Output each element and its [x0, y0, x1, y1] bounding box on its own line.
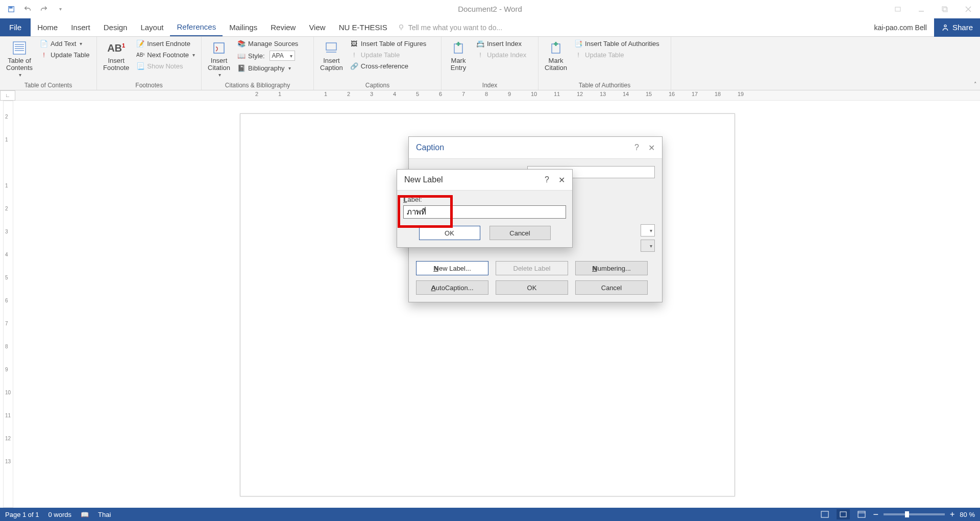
ruler-tick: 9	[508, 91, 511, 97]
group-label-footnotes: Footnotes	[101, 81, 197, 89]
help-icon[interactable]: ?	[634, 143, 639, 153]
update-icon: !	[40, 51, 48, 59]
vruler-tick: 2	[5, 206, 8, 211]
close-icon[interactable]: ✕	[648, 143, 655, 153]
vruler-tick: 7	[5, 321, 8, 326]
svg-rect-25	[840, 512, 846, 517]
new-label-cancel-button[interactable]: Cancel	[489, 226, 551, 240]
insert-caption-button[interactable]: Insert Caption	[318, 39, 345, 73]
ruler-tick: 6	[439, 91, 442, 97]
close-icon[interactable]	[957, 0, 980, 18]
insert-footnote-button[interactable]: AB1 Insert Footnote	[101, 39, 131, 73]
caption-label-combo[interactable]: ▾	[641, 240, 655, 252]
close-icon[interactable]: ✕	[558, 175, 565, 185]
next-footnote-button[interactable]: AB¹Next Footnote▾	[135, 50, 196, 59]
document-area: 2112345678910111213 Caption ? ✕ ▾ ▾ NNew…	[0, 101, 980, 508]
tab-selector[interactable]: ∟	[0, 90, 15, 101]
web-layout-icon[interactable]	[855, 509, 868, 519]
read-mode-icon[interactable]	[818, 509, 831, 519]
ribbon-display-icon[interactable]	[886, 0, 910, 18]
tab-home[interactable]: Home	[31, 18, 64, 36]
qat-customize-icon[interactable]: ▾	[53, 2, 67, 16]
status-words[interactable]: 0 words	[48, 511, 72, 518]
tab-layout[interactable]: Layout	[134, 18, 170, 36]
vruler-tick: 2	[5, 114, 8, 120]
vertical-ruler[interactable]: 2112345678910111213	[3, 101, 13, 508]
manage-sources-button[interactable]: 📚Manage Sources	[236, 39, 299, 48]
caption-icon	[323, 40, 339, 56]
ruler-tick: 14	[623, 91, 629, 97]
vruler-tick: 5	[5, 275, 8, 280]
mark-entry-button[interactable]: Mark Entry	[446, 39, 471, 73]
zoom-level[interactable]: 80 %	[960, 511, 975, 518]
caption-position-combo[interactable]: ▾	[641, 224, 655, 236]
maximize-icon[interactable]	[933, 0, 957, 18]
label-input[interactable]	[403, 205, 566, 219]
ruler-tick: 18	[715, 91, 721, 97]
insert-endnote-button[interactable]: 📝Insert Endnote	[135, 39, 196, 48]
endnote-icon: 📝	[136, 39, 144, 48]
caption-ok-button[interactable]: OK	[496, 280, 568, 295]
update-toa-button[interactable]: !Update Table	[573, 50, 660, 59]
status-language[interactable]: Thai	[98, 511, 111, 518]
ruler-tick: 11	[554, 91, 560, 97]
mark-citation-button[interactable]: Mark Citation	[543, 39, 569, 73]
zoom-in-icon[interactable]: +	[950, 510, 954, 519]
insert-toa-button[interactable]: 📑Insert Table of Authorities	[573, 39, 660, 48]
update-toc-button[interactable]: !Update Table	[39, 50, 90, 59]
window-controls	[886, 0, 980, 18]
update-icon: !	[350, 51, 358, 59]
collapse-ribbon-icon[interactable]: ˄	[974, 81, 977, 88]
cross-reference-button[interactable]: 🔗Cross-reference	[349, 61, 427, 70]
tab-nu-ethesis[interactable]: NU E-THESIS	[332, 18, 394, 36]
print-layout-icon[interactable]	[837, 509, 850, 519]
status-bar: Page 1 of 1 0 words 📖 Thai − + 80 %	[0, 508, 980, 521]
svg-rect-5	[943, 8, 947, 12]
share-icon	[941, 23, 949, 32]
tab-mailings[interactable]: Mailings	[223, 18, 264, 36]
tab-review[interactable]: Review	[264, 18, 302, 36]
redo-icon[interactable]	[37, 2, 51, 16]
insert-citation-button[interactable]: Insert Citation ▾	[206, 39, 232, 79]
caption-cancel-button[interactable]: Cancel	[575, 280, 648, 295]
tab-design[interactable]: Design	[97, 18, 134, 36]
save-icon[interactable]	[4, 2, 18, 16]
zoom-slider[interactable]	[884, 513, 945, 515]
insert-index-button[interactable]: 📇Insert Index	[475, 39, 527, 48]
update-caption-table-button[interactable]: !Update Table	[349, 50, 427, 59]
tab-references[interactable]: References	[170, 18, 223, 36]
new-label-button[interactable]: NNew Label...	[416, 261, 488, 275]
undo-icon[interactable]	[20, 2, 35, 16]
ruler-tick: 8	[485, 91, 488, 97]
minimize-icon[interactable]	[910, 0, 933, 18]
next-footnote-icon: AB¹	[136, 51, 144, 59]
ruler-tick: 19	[738, 91, 744, 97]
user-name[interactable]: kai-pao.com Bell	[874, 23, 929, 32]
vruler-tick: 10	[5, 390, 11, 395]
zoom-out-icon[interactable]: −	[873, 509, 879, 520]
insert-table-of-figures-button[interactable]: 🖼Insert Table of Figures	[349, 39, 427, 48]
add-text-button[interactable]: 📄Add Text▾	[39, 39, 90, 48]
tell-me-search[interactable]: Tell me what you want to do...	[397, 18, 502, 36]
show-notes-button[interactable]: 📃Show Notes	[135, 61, 196, 70]
share-button[interactable]: Share	[934, 18, 980, 37]
tab-insert[interactable]: Insert	[64, 18, 97, 36]
citation-style-combo[interactable]: 📖Style:APA▾	[236, 50, 299, 61]
help-icon[interactable]: ?	[545, 175, 549, 185]
ruler-tick: 1	[324, 91, 327, 97]
new-label-ok-button[interactable]: OK	[419, 226, 480, 240]
numbering-button[interactable]: NNumbering...	[575, 261, 648, 275]
table-of-contents-button[interactable]: Table of Contents ▾	[4, 39, 35, 79]
tab-view[interactable]: View	[302, 18, 332, 36]
update-index-button[interactable]: !Update Index	[475, 50, 527, 59]
vruler-tick: 3	[5, 229, 8, 234]
autocaption-button[interactable]: AAutoCaption...	[416, 280, 488, 295]
tab-file[interactable]: File	[0, 18, 31, 36]
tell-me-placeholder: Tell me what you want to do...	[408, 23, 502, 32]
vruler-tick: 11	[5, 413, 11, 418]
ruler-tick: 16	[669, 91, 675, 97]
bibliography-button[interactable]: 📓Bibliography▾	[236, 63, 299, 73]
proofing-icon[interactable]: 📖	[81, 511, 89, 518]
quick-access-toolbar: ▾	[0, 2, 67, 16]
status-page[interactable]: Page 1 of 1	[5, 511, 39, 518]
